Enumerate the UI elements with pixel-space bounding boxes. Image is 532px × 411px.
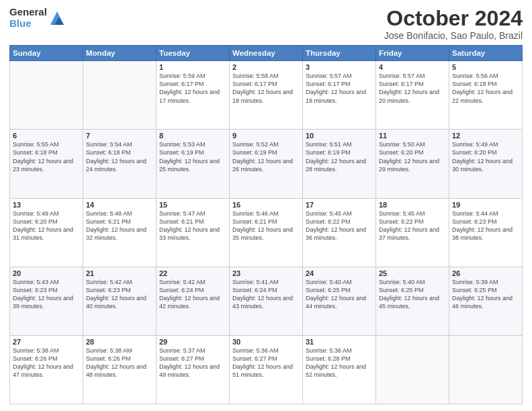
day-number: 31 [306, 338, 373, 346]
calendar-cell: 13Sunrise: 5:49 AM Sunset: 6:20 PM Dayli… [10, 198, 83, 267]
calendar-cell: 11Sunrise: 5:50 AM Sunset: 6:20 PM Dayli… [376, 130, 449, 198]
calendar-cell: 30Sunrise: 5:36 AM Sunset: 6:27 PM Dayli… [230, 335, 303, 404]
day-number: 2 [232, 63, 300, 71]
calendar-cell: 16Sunrise: 5:46 AM Sunset: 6:21 PM Dayli… [230, 198, 303, 267]
day-info: Sunrise: 5:45 AM Sunset: 6:22 PM Dayligh… [379, 210, 446, 242]
day-number: 20 [13, 269, 80, 277]
day-number: 29 [159, 338, 226, 346]
calendar-cell [376, 335, 449, 404]
day-info: Sunrise: 5:36 AM Sunset: 6:28 PM Dayligh… [306, 347, 373, 379]
day-number: 13 [13, 201, 80, 209]
day-number: 4 [379, 63, 446, 71]
calendar-table: Sunday Monday Tuesday Wednesday Thursday… [9, 45, 523, 404]
day-number: 6 [13, 132, 80, 140]
calendar-cell: 2Sunrise: 5:58 AM Sunset: 6:17 PM Daylig… [230, 61, 303, 130]
day-info: Sunrise: 5:59 AM Sunset: 6:17 PM Dayligh… [159, 72, 226, 105]
day-number: 30 [232, 338, 300, 346]
day-info: Sunrise: 5:49 AM Sunset: 6:20 PM Dayligh… [452, 140, 519, 173]
col-monday: Monday [83, 46, 157, 61]
logo-icon [50, 11, 64, 25]
calendar-cell: 5Sunrise: 5:56 AM Sunset: 6:18 PM Daylig… [449, 61, 523, 130]
calendar-cell: 8Sunrise: 5:53 AM Sunset: 6:19 PM Daylig… [157, 130, 230, 198]
calendar-week-row: 6Sunrise: 5:55 AM Sunset: 6:18 PM Daylig… [10, 130, 523, 198]
day-info: Sunrise: 5:42 AM Sunset: 6:24 PM Dayligh… [159, 278, 226, 311]
day-info: Sunrise: 5:38 AM Sunset: 6:26 PM Dayligh… [86, 347, 153, 379]
day-number: 23 [232, 269, 300, 277]
calendar-header-row: Sunday Monday Tuesday Wednesday Thursday… [10, 46, 523, 61]
calendar-cell: 21Sunrise: 5:42 AM Sunset: 6:23 PM Dayli… [83, 267, 157, 335]
calendar-cell: 18Sunrise: 5:45 AM Sunset: 6:22 PM Dayli… [376, 198, 449, 267]
calendar-cell: 1Sunrise: 5:59 AM Sunset: 6:17 PM Daylig… [157, 61, 230, 130]
day-info: Sunrise: 5:58 AM Sunset: 6:17 PM Dayligh… [232, 72, 300, 105]
calendar-cell: 23Sunrise: 5:41 AM Sunset: 6:24 PM Dayli… [230, 267, 303, 335]
day-info: Sunrise: 5:44 AM Sunset: 6:23 PM Dayligh… [452, 210, 519, 242]
calendar-cell [449, 335, 523, 404]
calendar-cell: 25Sunrise: 5:40 AM Sunset: 6:25 PM Dayli… [376, 267, 449, 335]
day-info: Sunrise: 5:45 AM Sunset: 6:22 PM Dayligh… [306, 210, 373, 242]
col-thursday: Thursday [303, 46, 376, 61]
day-number: 21 [86, 269, 153, 277]
calendar-cell: 4Sunrise: 5:57 AM Sunset: 6:17 PM Daylig… [376, 61, 449, 130]
day-info: Sunrise: 5:41 AM Sunset: 6:24 PM Dayligh… [232, 278, 300, 311]
day-info: Sunrise: 5:52 AM Sunset: 6:19 PM Dayligh… [232, 140, 300, 173]
day-number: 24 [306, 269, 373, 277]
day-info: Sunrise: 5:42 AM Sunset: 6:23 PM Dayligh… [86, 278, 153, 311]
day-number: 3 [306, 63, 373, 71]
calendar-cell [10, 61, 83, 130]
logo: General Blue [9, 7, 64, 29]
calendar-cell: 29Sunrise: 5:37 AM Sunset: 6:27 PM Dayli… [157, 335, 230, 404]
calendar-cell: 9Sunrise: 5:52 AM Sunset: 6:19 PM Daylig… [230, 130, 303, 198]
day-number: 10 [306, 132, 373, 140]
calendar-week-row: 1Sunrise: 5:59 AM Sunset: 6:17 PM Daylig… [10, 61, 523, 130]
calendar-week-row: 20Sunrise: 5:43 AM Sunset: 6:23 PM Dayli… [10, 267, 523, 335]
title-block: October 2024 Jose Bonifacio, Sao Paulo, … [384, 7, 523, 41]
calendar-cell: 28Sunrise: 5:38 AM Sunset: 6:26 PM Dayli… [83, 335, 157, 404]
day-info: Sunrise: 5:49 AM Sunset: 6:20 PM Dayligh… [13, 210, 80, 242]
calendar-title: October 2024 [384, 7, 523, 30]
day-number: 7 [86, 132, 153, 140]
calendar-cell: 24Sunrise: 5:40 AM Sunset: 6:25 PM Dayli… [303, 267, 376, 335]
day-number: 26 [452, 269, 519, 277]
day-info: Sunrise: 5:57 AM Sunset: 6:17 PM Dayligh… [306, 72, 373, 105]
calendar-cell: 6Sunrise: 5:55 AM Sunset: 6:18 PM Daylig… [10, 130, 83, 198]
day-number: 15 [159, 201, 226, 209]
day-info: Sunrise: 5:43 AM Sunset: 6:23 PM Dayligh… [13, 278, 80, 311]
calendar-cell: 3Sunrise: 5:57 AM Sunset: 6:17 PM Daylig… [303, 61, 376, 130]
calendar-cell: 12Sunrise: 5:49 AM Sunset: 6:20 PM Dayli… [449, 130, 523, 198]
calendar-cell: 14Sunrise: 5:48 AM Sunset: 6:21 PM Dayli… [83, 198, 157, 267]
day-info: Sunrise: 5:40 AM Sunset: 6:25 PM Dayligh… [306, 278, 373, 311]
day-number: 16 [232, 201, 300, 209]
calendar-cell: 26Sunrise: 5:39 AM Sunset: 6:25 PM Dayli… [449, 267, 523, 335]
day-number: 9 [232, 132, 300, 140]
logo-blue-text: Blue [9, 18, 47, 30]
day-number: 1 [159, 63, 226, 71]
day-info: Sunrise: 5:50 AM Sunset: 6:20 PM Dayligh… [379, 140, 446, 173]
day-number: 14 [86, 201, 153, 209]
col-tuesday: Tuesday [157, 46, 230, 61]
day-info: Sunrise: 5:56 AM Sunset: 6:18 PM Dayligh… [452, 72, 519, 105]
calendar-cell: 7Sunrise: 5:54 AM Sunset: 6:18 PM Daylig… [83, 130, 157, 198]
calendar-cell: 15Sunrise: 5:47 AM Sunset: 6:21 PM Dayli… [157, 198, 230, 267]
col-friday: Friday [376, 46, 449, 61]
header: General Blue October 2024 Jose Bonifacio… [9, 7, 523, 41]
day-number: 8 [159, 132, 226, 140]
calendar-cell: 19Sunrise: 5:44 AM Sunset: 6:23 PM Dayli… [449, 198, 523, 267]
day-info: Sunrise: 5:57 AM Sunset: 6:17 PM Dayligh… [379, 72, 446, 105]
calendar-location: Jose Bonifacio, Sao Paulo, Brazil [384, 30, 523, 41]
day-number: 11 [379, 132, 446, 140]
day-number: 22 [159, 269, 226, 277]
col-wednesday: Wednesday [230, 46, 303, 61]
calendar-cell: 22Sunrise: 5:42 AM Sunset: 6:24 PM Dayli… [157, 267, 230, 335]
calendar-cell [83, 61, 157, 130]
day-info: Sunrise: 5:55 AM Sunset: 6:18 PM Dayligh… [13, 140, 80, 173]
calendar-cell: 27Sunrise: 5:38 AM Sunset: 6:26 PM Dayli… [10, 335, 83, 404]
col-saturday: Saturday [449, 46, 523, 61]
calendar-week-row: 27Sunrise: 5:38 AM Sunset: 6:26 PM Dayli… [10, 335, 523, 404]
day-info: Sunrise: 5:54 AM Sunset: 6:18 PM Dayligh… [86, 140, 153, 173]
day-info: Sunrise: 5:47 AM Sunset: 6:21 PM Dayligh… [159, 210, 226, 242]
day-info: Sunrise: 5:48 AM Sunset: 6:21 PM Dayligh… [86, 210, 153, 242]
day-info: Sunrise: 5:51 AM Sunset: 6:19 PM Dayligh… [306, 140, 373, 173]
day-info: Sunrise: 5:36 AM Sunset: 6:27 PM Dayligh… [232, 347, 300, 379]
day-info: Sunrise: 5:37 AM Sunset: 6:27 PM Dayligh… [159, 347, 226, 379]
day-info: Sunrise: 5:40 AM Sunset: 6:25 PM Dayligh… [379, 278, 446, 311]
